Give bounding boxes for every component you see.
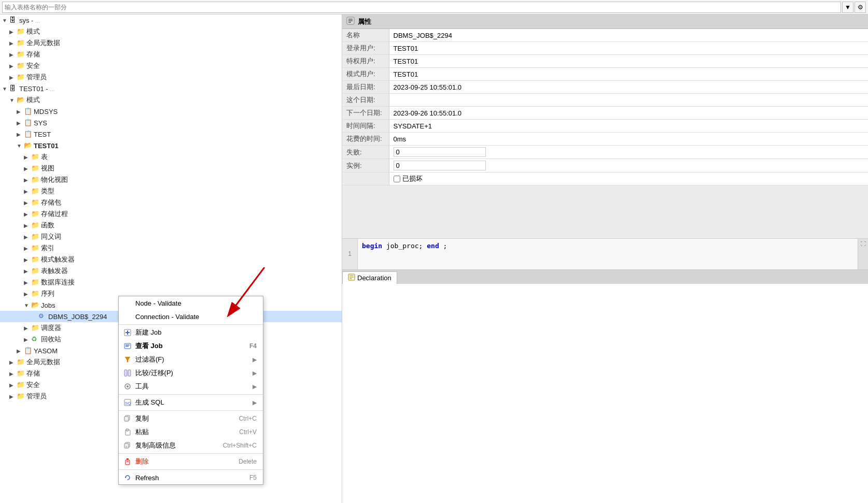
tree-item-函数[interactable]: ▶ 📁 函数	[0, 220, 342, 231]
declaration-tab-icon	[348, 274, 355, 282]
prop-label-this-date: 这个日期:	[342, 94, 389, 107]
ctx-delete[interactable]: 删除 Delete	[119, 455, 263, 468]
folder-icon-安全2: 📁	[17, 381, 25, 389]
prop-value-next-date: 2023-09-26 10:55:01.0	[389, 107, 868, 120]
arrow-回收站: ▶	[24, 337, 31, 342]
ctx-arrow-tools: ▶	[253, 383, 257, 390]
broken-label: 已损坏	[402, 174, 423, 183]
tree-item-存储包[interactable]: ▶ 📁 存储包	[0, 197, 342, 208]
tree-item-索引[interactable]: ▶ 📁 索引	[0, 242, 342, 254]
ctx-shortcut-paste: Ctrl+V	[223, 428, 257, 436]
tree-item-表[interactable]: ▶ 📁 表	[0, 151, 342, 163]
declaration-tab-label: Declaration	[357, 274, 391, 282]
declaration-tab-bar: Declaration	[342, 269, 868, 284]
tree-item-SYS[interactable]: ▶ 📋 SYS	[0, 117, 342, 128]
ctx-node-validate[interactable]: Node - Validate	[119, 296, 263, 310]
tree-item-物化视图[interactable]: ▶ 📁 物化视图	[0, 174, 342, 185]
svg-rect-14	[124, 416, 129, 421]
schema-icon-MDSYS: 📋	[24, 107, 32, 116]
tree-item-安全1[interactable]: ▶ 📁 安全	[0, 60, 342, 71]
ctx-connection-validate[interactable]: Connection - Validate	[119, 310, 263, 323]
ctx-new-job[interactable]: 新建 Job	[119, 326, 263, 339]
keyword-end: end	[427, 242, 439, 250]
tree-item-存储1[interactable]: ▶ 📁 存储	[0, 49, 342, 60]
tree-item-表触发器[interactable]: ▶ 📁 表触发器	[0, 265, 342, 277]
arrow-DBMS	[31, 314, 38, 320]
folder-icon-存储过程: 📁	[31, 210, 39, 218]
ctx-arrow-sql: ▶	[253, 399, 257, 406]
folder-icon-模式2: 📂	[17, 96, 25, 104]
tree-item-存储过程[interactable]: ▶ 📁 存储过程	[0, 208, 342, 220]
prop-value-login: TEST01	[389, 42, 868, 55]
tree-item-模式1[interactable]: ▶ 📁 模式	[0, 26, 342, 37]
folder-icon-模式1: 📁	[17, 27, 25, 36]
connection-validate-icon	[123, 312, 132, 321]
ctx-copy-advanced[interactable]: + 复制高级信息 Ctrl+Shift+C	[119, 439, 263, 452]
prop-label-broken-empty	[342, 173, 389, 185]
ctx-filter[interactable]: 过滤器(F) ▶	[119, 353, 263, 366]
broken-checkbox[interactable]	[394, 176, 400, 182]
svg-rect-20	[125, 460, 130, 465]
tree-item-数据库连接[interactable]: ▶ 📁 数据库连接	[0, 277, 342, 288]
tree-item-sys[interactable]: ▼ 🗄 sys - ...	[0, 15, 342, 26]
tree-item-模式触发器[interactable]: ▶ 📁 模式触发器	[0, 254, 342, 265]
prop-label-login: 登录用户:	[342, 42, 389, 55]
arrow-全局元数据2: ▶	[9, 360, 17, 365]
tree-item-TEST01-schema[interactable]: ▼ 📂 TEST01	[0, 140, 342, 151]
ctx-view-job[interactable]: 查看 Job F4	[119, 339, 263, 353]
tree-item-全局元数据1[interactable]: ▶ 📁 全局元数据	[0, 37, 342, 49]
arrow-模式触发器: ▶	[24, 257, 31, 263]
tree-item-视图[interactable]: ▶ 📁 视图	[0, 163, 342, 174]
arrow-索引: ▶	[24, 246, 31, 251]
ctx-copy[interactable]: 复制 Ctrl+C	[119, 412, 263, 425]
arrow-TEST01-schema: ▼	[17, 143, 24, 149]
code-expand-button[interactable]: ⛶	[858, 239, 868, 269]
ctx-sep5	[119, 469, 263, 470]
ctx-label-copy-advanced: 复制高级信息	[135, 441, 176, 450]
prop-row-login-user: 登录用户: TEST01	[342, 42, 868, 55]
filter-options-button[interactable]: ⚙	[855, 2, 866, 13]
arrow-sys: ▼	[2, 18, 9, 23]
ctx-label-new-job: 新建 Job	[135, 328, 162, 337]
folder-icon-函数: 📁	[31, 221, 39, 229]
folder-icon-模式触发器: 📁	[31, 255, 39, 264]
label-序列: 序列	[41, 289, 54, 298]
ctx-generate-sql[interactable]: SQL 生成 SQL ▶	[119, 396, 263, 409]
code-line-number: 1	[342, 239, 358, 269]
code-text-middle: job_proc;	[386, 242, 427, 250]
ctx-sep4	[119, 453, 263, 454]
tree-item-同义词[interactable]: ▶ 📁 同义词	[0, 231, 342, 242]
copy-icon	[123, 414, 132, 423]
arrow-类型: ▶	[24, 189, 31, 194]
instance-input[interactable]	[394, 161, 486, 170]
properties-table: 名称 DBMS_JOB$_2294 登录用户: TEST01 特权用户: TES…	[342, 29, 868, 185]
tree-item-管理员1[interactable]: ▶ 📁 管理员	[0, 71, 342, 83]
label-函数: 函数	[41, 221, 54, 230]
tab-declaration[interactable]: Declaration	[342, 271, 397, 284]
folder-icon-存储2: 📁	[17, 369, 25, 378]
tree-item-MDSYS[interactable]: ▶ 📋 MDSYS	[0, 106, 342, 117]
prop-value-last-date: 2023-09-25 10:55:01.0	[389, 81, 868, 94]
label-视图: 视图	[41, 164, 54, 173]
main-layout: ▼ 🗄 sys - ... ▶ 📁 模式 ▶ 📁 全局元数据 ▶ 📁 存储 ▶ …	[0, 15, 868, 503]
arrow-视图: ▶	[24, 166, 31, 171]
filter-button[interactable]: ▼	[842, 2, 853, 13]
arrow-调度器: ▶	[24, 325, 31, 331]
tree-item-TEST01-root[interactable]: ▼ 🗄 TEST01 - ...	[0, 83, 342, 94]
failures-input[interactable]	[394, 147, 486, 157]
tools-icon	[123, 382, 132, 391]
tree-item-类型[interactable]: ▶ 📁 类型	[0, 185, 342, 197]
label-全局元数据1: 全局元数据	[26, 38, 60, 48]
prop-label-priv: 特权用户:	[342, 55, 389, 68]
properties-header: 属性	[342, 15, 868, 29]
label-TEST01-schema: TEST01	[34, 142, 59, 150]
tree-item-TEST[interactable]: ▶ 📋 TEST	[0, 128, 342, 140]
ctx-paste[interactable]: 粘贴 Ctrl+V	[119, 425, 263, 439]
ctx-compare[interactable]: 比较/迁移(P) ▶	[119, 366, 263, 380]
ctx-tools[interactable]: 工具 ▶	[119, 380, 263, 393]
prop-row-last-date: 最后日期: 2023-09-25 10:55:01.0	[342, 81, 868, 94]
folder-icon-存储包: 📁	[31, 198, 39, 207]
ctx-refresh[interactable]: Refresh F5	[119, 471, 263, 484]
tree-item-模式2[interactable]: ▼ 📂 模式	[0, 94, 342, 106]
search-input[interactable]	[2, 2, 841, 13]
